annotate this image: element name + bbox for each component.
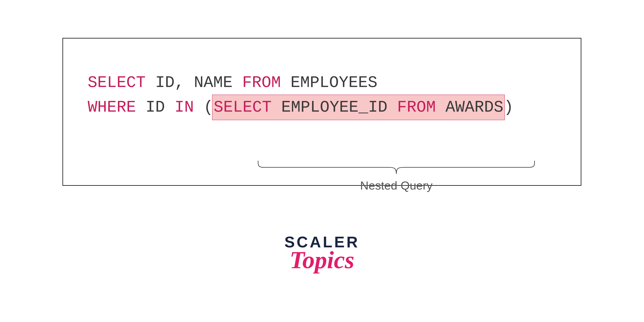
columns: ID, NAME: [146, 74, 242, 92]
nested-keyword-from: FROM: [397, 98, 436, 117]
right-paren: ): [504, 98, 513, 117]
keyword-in: IN: [174, 98, 194, 117]
code-line-2: WHERE ID IN (SELECT EMPLOYEE_ID FROM AWA…: [88, 95, 556, 120]
code-line-1: SELECT ID, NAME FROM EMPLOYEES: [88, 71, 556, 95]
curly-brace-icon: [256, 160, 536, 177]
left-paren: (: [194, 98, 213, 117]
logo-topics-text: Topics: [284, 246, 360, 274]
annotation-label: Nested Query: [256, 179, 536, 192]
table-name: EMPLOYEES: [281, 74, 378, 92]
keyword-select: SELECT: [88, 74, 146, 92]
nested-column: EMPLOYEE_ID: [272, 98, 397, 117]
keyword-from: FROM: [242, 74, 281, 92]
keyword-where: WHERE: [88, 98, 136, 117]
nested-keyword-select: SELECT: [214, 98, 272, 117]
nested-table: AWARDS: [436, 98, 503, 117]
code-container: SELECT ID, NAME FROM EMPLOYEES WHERE ID …: [62, 38, 581, 186]
scaler-topics-logo: SCALER Topics: [284, 233, 360, 274]
nested-query-highlight: SELECT EMPLOYEE_ID FROM AWARDS: [212, 95, 505, 120]
where-column: ID: [136, 98, 174, 117]
